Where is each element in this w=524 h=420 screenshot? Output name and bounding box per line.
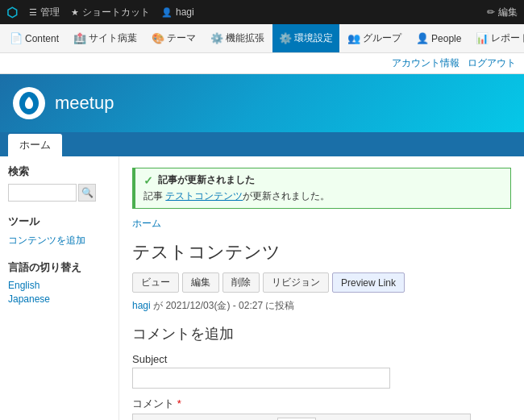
content-area: ✓ 記事が更新されました 記事 テストコンテンツが更新されました。 ホーム テス… (119, 156, 524, 420)
pencil-icon: ✏ (487, 6, 495, 18)
format-select[interactable]: 書式 (277, 418, 316, 421)
theme-icon: 🎨 (152, 32, 164, 44)
home-tab-bar: ホーム (0, 132, 524, 156)
site-header: meetup (0, 74, 524, 132)
saite-icon: 🏥 (73, 32, 86, 44)
toolbar-right: ✏ 編集 (487, 6, 518, 19)
account-info-link[interactable]: アカウント情報 (392, 56, 460, 70)
nav-bar: 📄 Content 🏥 サイト病葉 🎨 テーマ ⚙️ 機能拡張 ⚙️ 環境設定 … (0, 24, 524, 53)
delete-button[interactable]: 削除 (222, 272, 260, 293)
post-date: が (153, 300, 165, 311)
nav-kanri[interactable]: ⚙️ 環境設定 (272, 24, 339, 52)
comment-section-title: コメントを追加 (132, 324, 511, 343)
drupal-icon: ⬡ (6, 5, 18, 20)
report-icon: 📊 (476, 32, 489, 44)
site-title: meetup (55, 93, 114, 114)
manage-icon: ☰ (29, 7, 37, 18)
logout-link[interactable]: ログアウト (468, 56, 516, 70)
view-button[interactable]: ビュー (132, 272, 179, 293)
toolbar-manage[interactable]: ☰ 管理 (29, 6, 60, 19)
subject-field-row: Subject (132, 353, 511, 389)
content-icon: 📄 (10, 32, 23, 44)
add-content-link[interactable]: コンテンツを追加 (8, 234, 110, 247)
subject-input[interactable] (132, 368, 390, 389)
toolbar-user[interactable]: 👤 hagi (161, 6, 194, 18)
sidebar-tools-section: ツール コンテンツを追加 (8, 214, 110, 247)
sidebar-search-section: 検索 🔍 (8, 164, 110, 202)
preview-link-button[interactable]: Preview Link (332, 272, 405, 293)
kinou-icon: ⚙️ (210, 32, 223, 44)
sidebar-search-title: 検索 (8, 164, 110, 179)
toolbar-shortcuts[interactable]: ★ ショートカット (71, 6, 150, 19)
admin-toolbar: ⬡ ☰ 管理 ★ ショートカット 👤 hagi ✏ 編集 (0, 0, 524, 24)
star-icon: ★ (71, 7, 79, 18)
nav-content[interactable]: 📄 Content (3, 24, 65, 52)
kanri-icon: ⚙️ (279, 32, 292, 44)
nav-report[interactable]: 📊 レポート (469, 24, 524, 52)
people-icon: 👤 (416, 32, 429, 44)
check-icon: ✓ (143, 174, 153, 187)
account-bar: アカウント情報 ログアウト (0, 53, 524, 74)
search-input[interactable] (8, 184, 77, 202)
sidebar: 検索 🔍 ツール コンテンツを追加 言語の切り替え English Japane… (0, 156, 119, 420)
revision-button[interactable]: リビジョン (263, 272, 329, 293)
search-button[interactable]: 🔍 (78, 184, 96, 202)
edit-button[interactable]: ✏ 編集 (487, 6, 518, 19)
edit-article-button[interactable]: 編集 (182, 272, 219, 293)
required-indicator: * (177, 397, 181, 410)
nav-group[interactable]: 👥 グループ (341, 24, 408, 52)
home-tab[interactable]: ホーム (8, 134, 62, 156)
nav-people[interactable]: 👤 People (410, 24, 468, 52)
site-logo (13, 87, 45, 119)
author-link[interactable]: hagi (132, 300, 151, 311)
subject-label: Subject (132, 353, 511, 365)
comment-label: コメント * (132, 397, 511, 411)
article-title: テストコンテンツ (132, 240, 511, 264)
sidebar-language-title: 言語の切り替え (8, 260, 110, 275)
main-area: 検索 🔍 ツール コンテンツを追加 言語の切り替え English Japane… (0, 156, 524, 420)
group-icon: 👥 (347, 32, 360, 44)
post-info: hagi が 2021/12/03(金) - 02:27 に投稿 (132, 299, 511, 313)
source-button[interactable]: 📄 ソース (326, 417, 379, 420)
success-header: ✓ 記事が更新されました (143, 173, 502, 187)
comment-field-row: コメント * B I 🔗 ≡ ☰ ❝ 🖼 書式 - 📄 ソ (132, 397, 511, 420)
nav-theme[interactable]: 🎨 テーマ (145, 24, 202, 52)
success-message: ✓ 記事が更新されました 記事 テストコンテンツが更新されました。 (132, 168, 511, 209)
nav-kinou[interactable]: ⚙️ 機能拡張 (204, 24, 271, 52)
breadcrumb-home[interactable]: ホーム (132, 217, 511, 231)
action-buttons: ビュー 編集 削除 リビジョン Preview Link (132, 272, 511, 293)
sidebar-search-row: 🔍 (8, 184, 110, 202)
sidebar-language-section: 言語の切り替え English Japanese (8, 260, 110, 305)
toolbar-left: ⬡ ☰ 管理 ★ ショートカット 👤 hagi (6, 5, 476, 20)
user-icon: 👤 (161, 7, 173, 18)
success-article-link[interactable]: テストコンテンツ (165, 190, 243, 202)
nav-saite[interactable]: 🏥 サイト病葉 (67, 24, 143, 52)
english-link[interactable]: English (8, 280, 110, 291)
editor-toolbar: B I 🔗 ≡ ☰ ❝ 🖼 書式 - 📄 ソース (132, 414, 471, 420)
japanese-link[interactable]: Japanese (8, 293, 110, 305)
sidebar-tools-title: ツール (8, 214, 110, 229)
success-body: 記事 テストコンテンツが更新されました。 (143, 189, 502, 203)
